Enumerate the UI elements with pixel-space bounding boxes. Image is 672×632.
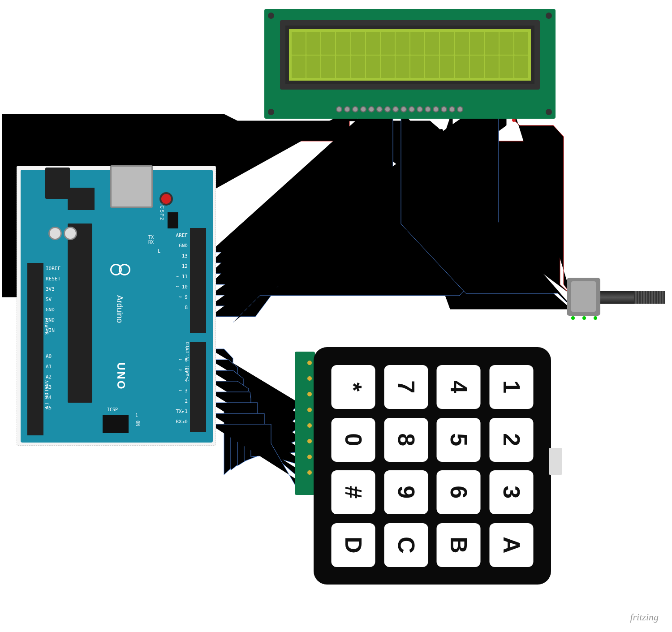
key-a[interactable]: A <box>490 523 534 567</box>
usb-port <box>110 165 153 208</box>
fritzing-watermark: fritzing <box>630 611 659 623</box>
key-2[interactable]: 2 <box>490 418 534 462</box>
svg-point-1 <box>348 139 351 143</box>
key-6[interactable]: 6 <box>437 470 481 514</box>
svg-point-6 <box>439 129 443 133</box>
uno-text: UNO <box>115 362 127 390</box>
key-c[interactable]: C <box>384 523 428 567</box>
pin-12: 12 <box>182 263 188 269</box>
key-8[interactable]: 8 <box>384 418 428 462</box>
keypad-tab <box>549 448 562 475</box>
pin-1: TX▸1 <box>176 408 188 414</box>
key-star[interactable]: * <box>332 365 375 409</box>
key-b[interactable]: B <box>437 523 481 567</box>
pin-a5: A5 <box>46 405 52 411</box>
pin-6: ~ 6 <box>179 357 188 363</box>
svg-point-7 <box>439 177 443 181</box>
diagram-canvas: ICSP2 TXRX L ON 1 Arduino UNO ICSP POWER… <box>0 0 672 632</box>
on-led-label: ON <box>135 421 140 426</box>
pin-9: ~ 9 <box>179 294 188 300</box>
pin-7: 7 <box>185 347 188 353</box>
voltage-regulator <box>68 188 95 210</box>
icsp-label: ICSP <box>107 407 118 412</box>
right-pin-header-top <box>190 228 206 333</box>
led-l-label: L <box>158 249 160 254</box>
lcd-char-grid <box>285 26 534 84</box>
icsp2-header <box>168 212 178 228</box>
pin-ioref: IOREF <box>46 266 60 271</box>
pin-0: RX◂0 <box>176 419 188 425</box>
key-9[interactable]: 9 <box>384 470 428 514</box>
pin-a1: A1 <box>46 364 52 370</box>
led-1-label: 1 <box>135 413 138 418</box>
arduino-text: Arduino <box>115 295 124 323</box>
pin-5v: 5V <box>46 297 52 302</box>
arduino-uno: ICSP2 TXRX L ON 1 Arduino UNO ICSP POWER… <box>17 166 216 446</box>
potentiometer <box>567 278 665 318</box>
key-0[interactable]: 0 <box>332 418 375 462</box>
icsp-header <box>103 415 129 433</box>
left-pin-header <box>27 263 43 435</box>
pin-11: ~ 11 <box>176 274 188 279</box>
pin-10: ~ 10 <box>176 284 188 290</box>
key-d[interactable]: D <box>332 523 375 567</box>
pin-a0: A0 <box>46 353 52 359</box>
arduino-logo-icon <box>110 264 130 284</box>
pin-3: ~ 3 <box>179 388 188 394</box>
pin-2: 2 <box>185 398 188 404</box>
lcd-pin-header <box>336 106 479 115</box>
pin-reset: RESET <box>46 276 60 282</box>
pin-gnd2: GND <box>46 317 55 323</box>
pin-3v3: 3V3 <box>46 286 55 292</box>
lcd-module <box>264 9 556 119</box>
pin-gnd3: GND <box>179 243 188 249</box>
key-1[interactable]: 1 <box>490 365 534 409</box>
pin-13: 13 <box>182 253 188 259</box>
key-4[interactable]: 4 <box>437 365 481 409</box>
power-jack <box>45 168 70 199</box>
pin-a2: A2 <box>46 374 52 380</box>
lcd-screen <box>280 20 540 90</box>
keypad-4x4: * 7 4 1 0 8 5 2 # 9 6 3 D C B A <box>314 347 551 585</box>
key-hash[interactable]: # <box>332 470 375 514</box>
pin-aref: AREF <box>176 232 188 238</box>
pin-4: 4 <box>185 378 188 383</box>
key-3[interactable]: 3 <box>490 470 534 514</box>
pin-a3: A3 <box>46 384 52 390</box>
pin-5: ~ 5 <box>179 367 188 373</box>
pin-vin: VIN <box>46 327 55 333</box>
pin-gnd1: GND <box>46 307 55 313</box>
svg-point-3 <box>512 118 516 122</box>
key-7[interactable]: 7 <box>384 365 428 409</box>
key-5[interactable]: 5 <box>437 418 481 462</box>
pin-8: 8 <box>185 305 188 310</box>
icsp2-label: ICSP2 <box>159 203 164 221</box>
right-pin-header-bottom <box>190 342 206 432</box>
keypad-connector-pcb <box>295 352 315 495</box>
svg-point-5 <box>355 119 359 123</box>
pin-a4: A4 <box>46 395 52 400</box>
tx-rx-label: TXRX <box>148 235 154 245</box>
